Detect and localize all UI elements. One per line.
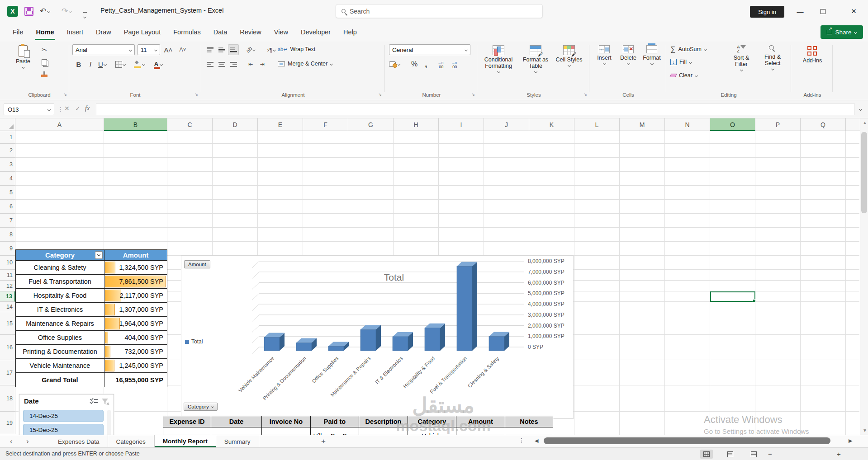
wrap-text-button[interactable]: ab↩ Wrap Text [278,46,315,52]
chart-bar[interactable] [425,328,440,351]
add-ins-button[interactable]: Add-ins [799,46,826,64]
chart-bar[interactable] [264,337,280,351]
redo-icon[interactable]: ↷ [62,6,71,16]
decrease-indent-icon[interactable]: ⇤ [245,59,256,70]
ribbon-tab-help[interactable]: Help [337,23,363,42]
row-header-18[interactable]: 18 [0,385,15,412]
row-header-13[interactable]: 13 [0,291,15,302]
pivot-amount-cell[interactable]: 1,307,000 SYP [104,303,167,317]
row-header-6[interactable]: 6 [0,200,15,214]
styles-dialog-launcher[interactable]: ↘ [583,92,587,97]
text-direction-icon[interactable]: ›¶ [266,44,277,55]
fill-color-icon[interactable] [134,59,145,70]
column-header-N[interactable]: N [665,118,710,131]
comma-style-icon[interactable]: , [421,59,432,70]
expense-cell[interactable] [505,427,553,435]
row-header-2[interactable]: 2 [0,144,15,158]
column-header-D[interactable]: D [213,118,258,131]
row-header-7[interactable]: 7 [0,214,15,228]
sheet-nav-next-icon[interactable]: › [26,435,29,448]
row-header-19[interactable]: 19 [0,412,15,434]
align-top-icon[interactable] [204,44,215,55]
format-cells-button[interactable]: Format [640,45,663,65]
chart-bar[interactable] [457,266,472,351]
conditional-formatting-button[interactable]: Conditional Formatting [480,45,517,73]
cut-icon[interactable]: ✂ [39,44,50,55]
select-all-corner[interactable] [0,118,15,131]
ribbon-tab-draw[interactable]: Draw [90,23,118,42]
ribbon-tab-page-layout[interactable]: Page Layout [118,23,167,42]
chart-bar[interactable] [393,337,408,351]
alignment-dialog-launcher[interactable]: ↘ [378,92,382,97]
column-header-B[interactable]: B [104,118,167,131]
increase-decimal-icon[interactable]: ←0.00 [435,60,446,70]
zoom-out-icon[interactable]: − [768,450,772,458]
slicer-item-15-Dec-25[interactable]: 15-Dec-25 [23,424,104,435]
scroll-up-icon[interactable]: ▲ [863,120,867,125]
normal-view-icon[interactable] [700,450,713,459]
pivot-amount-cell[interactable]: 732,000 SYP [104,345,167,359]
close-button[interactable]: ✕ [840,0,868,23]
column-header-C[interactable]: C [167,118,213,131]
pivot-category-cell[interactable]: Cleaning & Safety [16,261,104,275]
column-header-J[interactable]: J [484,118,529,131]
format-as-table-button[interactable]: Format as Table [519,45,552,73]
vertical-scroll-thumb[interactable] [861,132,867,213]
autosum-button[interactable]: ∑ AutoSum [670,45,707,53]
grow-font-icon[interactable]: A˄ [163,44,174,55]
expense-cell[interactable]: Villas Car Care Center [311,427,359,435]
find-select-button[interactable]: Find & Select [758,45,787,70]
sheet-tab-expenses-data[interactable]: Expenses Data [50,435,108,448]
format-painter-icon[interactable] [39,70,50,81]
slicer-clear-filter-icon[interactable] [101,398,110,406]
align-center-icon[interactable] [216,59,227,70]
zoom-in-icon[interactable]: + [837,450,841,458]
page-break-view-icon[interactable] [747,450,760,459]
pivot-amount-cell[interactable]: 1,324,500 SYP [104,261,167,275]
search-input[interactable]: Search [336,4,543,18]
number-format-select[interactable]: General [389,44,470,55]
font-name-select[interactable]: Arial [72,44,135,55]
ribbon-tab-data[interactable]: Data [207,23,234,42]
row-header-3[interactable]: 3 [0,158,15,172]
pivot-amount-cell[interactable]: 2,117,000 SYP [104,289,167,303]
vertical-scrollbar[interactable]: ▲ ▼ [860,118,868,435]
font-dialog-launcher[interactable]: ↘ [194,92,198,97]
pivot-category-cell[interactable]: IT & Electronics [16,303,104,317]
expense-cell[interactable]: washing Car [359,427,408,435]
font-color-icon[interactable]: A [153,59,164,70]
column-header-P[interactable]: P [755,118,801,131]
hscroll-left-icon[interactable]: ◀ [535,438,538,444]
chart-bar[interactable] [328,346,344,351]
column-header-L[interactable]: L [574,118,620,131]
pivot-chart[interactable]: Amount Total Total Category 0 SYP1,000,0… [181,255,574,419]
cancel-icon[interactable]: ✕ [64,105,70,112]
insert-function-icon[interactable]: fx [85,105,90,112]
date-slicer[interactable]: Date 14-Dec-2515-Dec-2521-Dec-2522-Dec-2… [19,394,114,435]
row-header-17[interactable]: 17 [0,360,15,385]
row-header-9[interactable]: 9 [0,242,15,256]
add-sheet-button[interactable]: + [321,435,326,448]
chart-bar[interactable] [296,343,312,351]
align-bottom-icon[interactable] [228,44,239,55]
column-header-R[interactable]: R [846,118,860,131]
page-layout-view-icon[interactable] [724,450,736,459]
italic-button[interactable]: I [85,59,96,70]
expense-cell[interactable]: 158 [262,427,311,435]
paste-button[interactable]: Paste [13,45,33,68]
hscroll-right-icon[interactable]: ▶ [849,438,852,444]
row-header-11[interactable]: 11 [0,270,15,281]
insert-cells-button[interactable]: Insert [593,45,615,65]
copy-icon[interactable] [39,57,50,68]
selected-cell[interactable] [710,291,755,302]
expense-cell[interactable]: Vehicle Maintenance [408,427,456,435]
underline-button[interactable]: U [97,59,108,70]
row-header-1[interactable]: 1 [0,131,15,144]
minimize-button[interactable]: — [790,0,811,23]
undo-icon[interactable]: ↶ [40,6,50,16]
align-middle-icon[interactable] [216,44,227,55]
number-dialog-launcher[interactable]: ↘ [471,92,475,97]
pivot-category-cell[interactable]: Fuel & Transportation [16,275,104,289]
expense-cell[interactable]: 1 [163,427,211,435]
fill-button[interactable]: ↓ Fill [670,59,692,65]
